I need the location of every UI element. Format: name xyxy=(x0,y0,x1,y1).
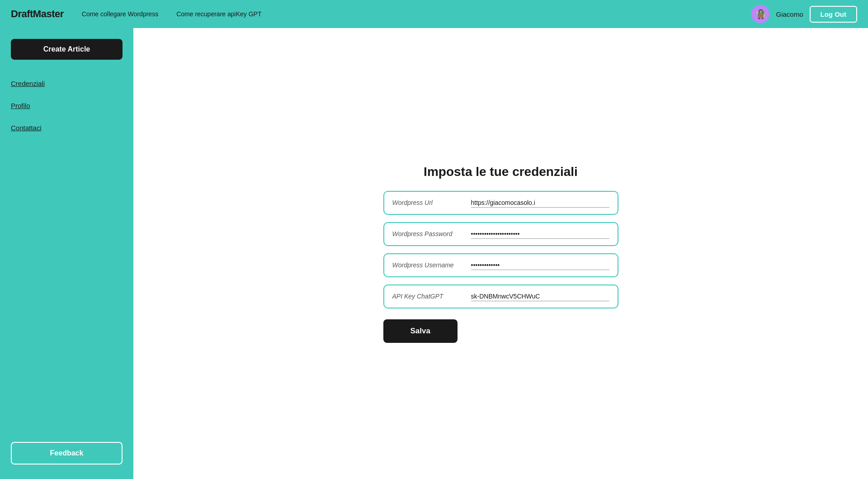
form-title: Imposta le tue credenziali xyxy=(424,165,578,179)
user-name: Giacomo xyxy=(776,10,803,18)
logout-button[interactable]: Log Out xyxy=(810,6,857,23)
create-article-button[interactable]: Create Article xyxy=(11,39,123,60)
sidebar-nav: Credenziali Profilo Contattaci xyxy=(11,72,123,139)
api-key-field: API Key ChatGPT xyxy=(383,285,618,308)
header-nav: Come collegare Wordpress Come recuperare… xyxy=(82,10,734,18)
logo: DraftMaster xyxy=(11,8,64,20)
wordpress-url-input[interactable] xyxy=(471,198,609,208)
wordpress-password-input[interactable] xyxy=(471,229,609,239)
wordpress-password-label: Wordpress Password xyxy=(392,230,465,237)
wordpress-username-field: Wordpress Username xyxy=(383,253,618,277)
sidebar-item-contattaci[interactable]: Contattaci xyxy=(11,117,123,139)
api-key-label: API Key ChatGPT xyxy=(392,293,465,300)
save-button[interactable]: Salva xyxy=(383,319,458,343)
main-content: Imposta le tue credenziali Wordpress Url… xyxy=(133,28,868,479)
wordpress-url-field: Wordpress Url xyxy=(383,191,618,215)
sidebar-item-profilo[interactable]: Profilo xyxy=(11,95,123,117)
wordpress-username-label: Wordpress Username xyxy=(392,261,465,269)
nav-wordpress-link[interactable]: Come collegare Wordpress xyxy=(82,10,158,18)
nav-apikey-link[interactable]: Come recuperare apiKey GPT xyxy=(176,10,261,18)
layout: Create Article Credenziali Profilo Conta… xyxy=(0,28,868,479)
wordpress-username-input[interactable] xyxy=(471,261,609,270)
sidebar-item-credenziali[interactable]: Credenziali xyxy=(11,72,123,95)
wordpress-password-field: Wordpress Password xyxy=(383,222,618,246)
api-key-input[interactable] xyxy=(471,292,609,301)
form-container: Imposta le tue credenziali Wordpress Url… xyxy=(383,165,618,343)
header-right: 🧌 Giacomo Log Out xyxy=(751,5,857,23)
sidebar: Create Article Credenziali Profilo Conta… xyxy=(0,28,133,479)
feedback-button[interactable]: Feedback xyxy=(11,442,123,465)
header: DraftMaster Come collegare Wordpress Com… xyxy=(0,0,868,28)
wordpress-url-label: Wordpress Url xyxy=(392,199,465,206)
avatar: 🧌 xyxy=(751,5,769,23)
avatar-emoji: 🧌 xyxy=(755,9,766,19)
